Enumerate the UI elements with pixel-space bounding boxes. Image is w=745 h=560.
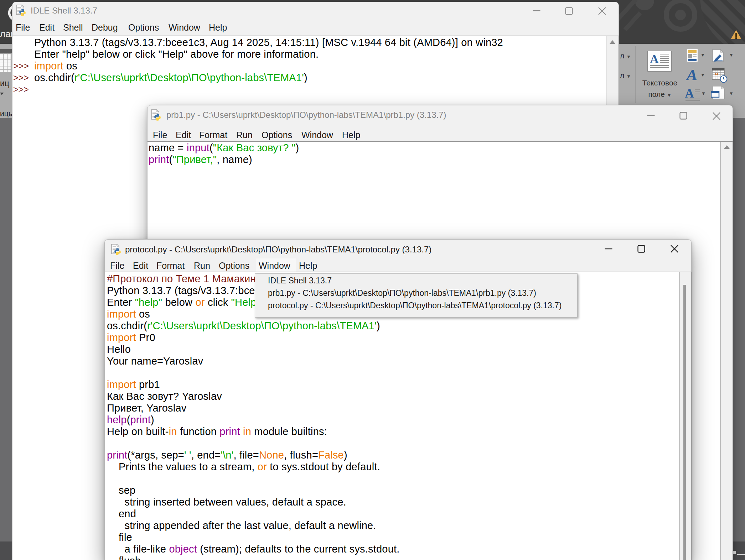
svg-text:A: A — [686, 67, 697, 83]
svg-text:A: A — [650, 52, 659, 66]
svg-text:A: A — [685, 86, 694, 100]
